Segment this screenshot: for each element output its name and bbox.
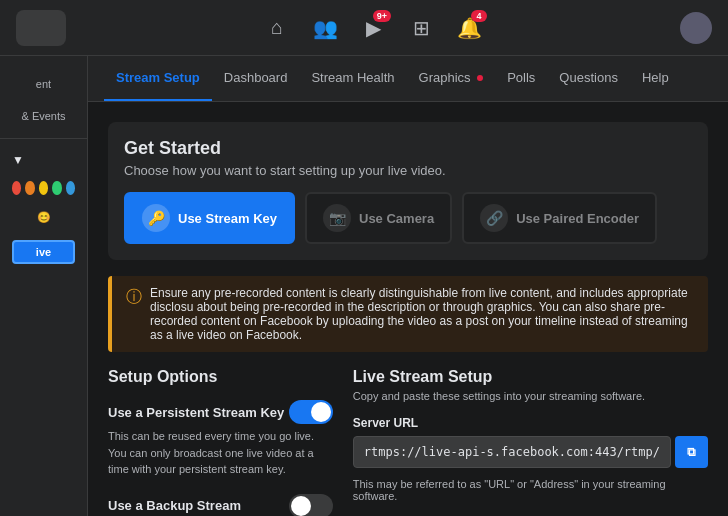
color-dot-orange <box>25 181 34 195</box>
sidebar-divider <box>0 138 87 139</box>
setup-options-title: Setup Options <box>108 368 333 386</box>
tab-dashboard[interactable]: Dashboard <box>212 56 300 101</box>
people-nav-button[interactable]: 👥 <box>305 8 345 48</box>
tab-stream-health[interactable]: Stream Health <box>299 56 406 101</box>
encoder-icon: 🔗 <box>480 204 508 232</box>
persistent-stream-key-toggle[interactable] <box>289 400 333 424</box>
use-camera-button[interactable]: 📷 Use Camera <box>305 192 452 244</box>
sidebar-item-ent[interactable]: ent <box>0 68 87 100</box>
sidebar-item-events[interactable]: & Events <box>0 100 87 132</box>
color-dot-red <box>12 181 21 195</box>
top-navigation: ⌂ 👥 ▶ 9+ ⊞ 🔔 4 <box>0 0 728 56</box>
notifications-nav-button[interactable]: 🔔 4 <box>449 8 489 48</box>
server-url-row: rtmps://live-api-s.facebook.com:443/rtmp… <box>353 436 708 468</box>
marketplace-icon: ⊞ <box>413 16 430 40</box>
color-dot-yellow <box>39 181 48 195</box>
get-started-title: Get Started <box>124 138 692 159</box>
sidebar-dropdown[interactable]: ▼ <box>0 145 87 175</box>
two-column-layout: Setup Options Use a Persistent Stream Ke… <box>108 368 708 516</box>
tab-stream-setup[interactable]: Stream Setup <box>104 56 212 101</box>
use-paired-encoder-button[interactable]: 🔗 Use Paired Encoder <box>462 192 657 244</box>
color-dots-row <box>0 175 87 201</box>
sidebar: ent & Events ▼ 😊 ive <box>0 56 88 516</box>
people-icon: 👥 <box>313 16 338 40</box>
tab-help[interactable]: Help <box>630 56 681 101</box>
content-area: Stream Setup Dashboard Stream Health Gra… <box>88 56 728 516</box>
tab-bar: Stream Setup Dashboard Stream Health Gra… <box>88 56 728 102</box>
tab-polls[interactable]: Polls <box>495 56 547 101</box>
graphics-dot <box>477 75 483 81</box>
sidebar-item-label: ent <box>36 78 51 90</box>
backup-stream-label: Use a Backup Stream <box>108 498 241 513</box>
get-started-section: Get Started Choose how you want to start… <box>108 122 708 260</box>
persistent-stream-key-option: Use a Persistent Stream Key This can be … <box>108 400 333 478</box>
setup-options-column: Setup Options Use a Persistent Stream Ke… <box>108 368 333 516</box>
warning-text: Ensure any pre-recorded content is clear… <box>150 286 694 342</box>
live-badge[interactable]: ive <box>12 240 75 264</box>
backup-stream-toggle[interactable] <box>289 494 333 517</box>
camera-icon: 📷 <box>323 204 351 232</box>
sidebar-item-label: & Events <box>21 110 65 122</box>
avatar[interactable] <box>680 12 712 44</box>
backup-stream-option: Use a Backup Stream Once a backup stream… <box>108 494 333 517</box>
server-url-value[interactable]: rtmps://live-api-s.facebook.com:443/rtmp… <box>353 436 671 468</box>
warning-banner: ⓘ Ensure any pre-recorded content is cle… <box>108 276 708 352</box>
dropdown-icon: ▼ <box>12 153 24 167</box>
warning-icon: ⓘ <box>126 287 142 308</box>
server-url-label: Server URL <box>353 416 708 430</box>
persistent-stream-key-label: Use a Persistent Stream Key <box>108 405 284 420</box>
persistent-stream-key-desc: This can be reused every time you go liv… <box>108 428 333 478</box>
top-nav-icons: ⌂ 👥 ▶ 9+ ⊞ 🔔 4 <box>257 8 489 48</box>
use-stream-key-button[interactable]: 🔑 Use Stream Key <box>124 192 295 244</box>
top-nav-left <box>16 10 66 46</box>
tab-questions[interactable]: Questions <box>547 56 630 101</box>
main-layout: ent & Events ▼ 😊 ive Stream Setup <box>0 56 728 516</box>
toggle-knob <box>311 402 331 422</box>
logo <box>16 10 66 46</box>
home-icon: ⌂ <box>271 16 283 39</box>
notifications-badge: 4 <box>471 10 487 22</box>
marketplace-nav-button[interactable]: ⊞ <box>401 8 441 48</box>
get-started-description: Choose how you want to start setting up … <box>124 163 692 178</box>
page-content: Get Started Choose how you want to start… <box>88 102 728 516</box>
live-stream-setup-title: Live Stream Setup <box>353 368 708 386</box>
tab-graphics[interactable]: Graphics <box>407 56 496 101</box>
live-stream-setup-column: Live Stream Setup Copy and paste these s… <box>353 368 708 516</box>
persistent-stream-key-header: Use a Persistent Stream Key <box>108 400 333 424</box>
emoji-icon: 😊 <box>37 211 51 223</box>
backup-stream-header: Use a Backup Stream <box>108 494 333 517</box>
server-url-note: This may be referred to as "URL" or "Add… <box>353 478 708 502</box>
stream-key-icon: 🔑 <box>142 204 170 232</box>
video-badge: 9+ <box>373 10 391 22</box>
sidebar-item-emoji[interactable]: 😊 <box>0 201 87 234</box>
color-dot-green <box>52 181 61 195</box>
home-nav-button[interactable]: ⌂ <box>257 8 297 48</box>
video-nav-button[interactable]: ▶ 9+ <box>353 8 393 48</box>
server-url-copy-button[interactable]: ⧉ <box>675 436 708 468</box>
live-stream-setup-desc: Copy and paste these settings into your … <box>353 390 708 402</box>
stream-options: 🔑 Use Stream Key 📷 Use Camera 🔗 Use Pair… <box>124 192 692 244</box>
toggle-knob-2 <box>291 496 311 516</box>
color-dot-blue <box>66 181 75 195</box>
